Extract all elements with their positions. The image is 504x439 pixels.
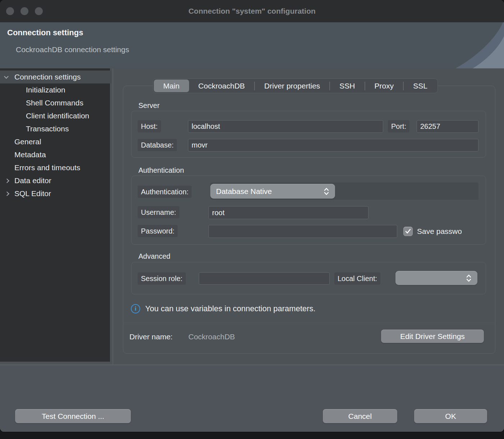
save-password-checkbox[interactable] — [403, 227, 413, 236]
chevron-right-icon[interactable] — [5, 191, 9, 196]
tree-item-label: SQL Editor — [14, 189, 51, 198]
tree-item-label: Initialization — [26, 86, 65, 94]
advanced-section-title: Advanced — [138, 252, 170, 261]
sidebar-item-sql-editor[interactable]: SQL Editor — [0, 187, 110, 200]
sidebar-item-initialization[interactable]: Initialization — [0, 83, 110, 96]
sidebar-item-general[interactable]: General — [0, 135, 110, 148]
local-client-dropdown[interactable] — [395, 271, 477, 285]
tab-ssl[interactable]: SSL — [404, 80, 437, 92]
tab-ssh[interactable]: SSH — [330, 80, 364, 92]
authentication-label: Authentication: — [138, 186, 192, 198]
check-icon — [405, 229, 411, 234]
dialog-header: Connection settings CockroachDB connecti… — [0, 22, 504, 68]
password-label: Password: — [138, 225, 178, 237]
tree-item-label: Shell Commands — [26, 99, 83, 107]
authentication-dropdown-value: Database Native — [216, 187, 324, 196]
username-input[interactable] — [209, 206, 368, 219]
tree-item-label: Metadata — [14, 150, 46, 159]
header-title: Connection settings — [7, 28, 83, 37]
edit-driver-settings-button[interactable]: Edit Driver Settings — [381, 330, 484, 343]
updown-chevrons-icon — [466, 274, 472, 282]
local-client-label: Local Client: — [334, 272, 380, 285]
authentication-section-title: Authentication — [138, 166, 184, 175]
server-section-title: Server — [138, 101, 160, 110]
database-label: Database: — [138, 139, 177, 151]
sidebar-item-shell-commands[interactable]: Shell Commands — [0, 96, 110, 109]
cancel-button[interactable]: Cancel — [323, 409, 397, 423]
sidebar-item-connection-settings[interactable]: Connection settings — [0, 71, 111, 83]
tab-cockroachdb[interactable]: CockroachDB — [189, 80, 255, 92]
sidebar-item-transactions[interactable]: Transactions — [0, 122, 110, 135]
database-input[interactable] — [188, 139, 478, 151]
tree-item-label: Errors and timeouts — [14, 163, 80, 172]
username-label: Username: — [138, 206, 179, 218]
updown-chevrons-icon — [324, 187, 329, 196]
tree-item-label: Data editor — [14, 176, 51, 185]
tab-driver-properties[interactable]: Driver properties — [255, 80, 329, 92]
port-input[interactable] — [417, 120, 478, 133]
connection-configuration-dialog: Connection "system" configuration Connec… — [0, 0, 504, 432]
sidebar-splitter[interactable] — [113, 68, 113, 365]
session-role-input[interactable] — [199, 272, 330, 285]
chevron-down-icon[interactable] — [4, 74, 9, 79]
save-password-label: Save password — [417, 227, 462, 236]
session-role-label: Session role: — [138, 272, 186, 285]
sidebar-item-metadata[interactable]: Metadata — [0, 148, 110, 161]
password-input[interactable] — [209, 225, 397, 238]
tab-main[interactable]: Main — [154, 80, 189, 92]
tree-item-label: Connection settings — [14, 73, 81, 81]
ok-button[interactable]: OK — [414, 409, 487, 423]
driver-section-divider — [123, 323, 495, 323]
tree-item-label: General — [14, 137, 41, 146]
tree-item-label: Transactions — [26, 125, 69, 133]
sidebar-item-data-editor[interactable]: Data editor — [0, 174, 110, 187]
sidebar-item-errors-and-timeouts[interactable]: Errors and timeouts — [0, 161, 110, 174]
header-subtitle: CockroachDB connection settings — [16, 45, 129, 54]
tab-proxy[interactable]: Proxy — [365, 80, 403, 92]
chevron-right-icon[interactable] — [5, 178, 9, 183]
test-connection-button[interactable]: Test Connection ... — [15, 409, 131, 423]
host-label: Host: — [138, 120, 161, 132]
variables-hint-text: You can use variables in connection para… — [145, 304, 316, 313]
driver-name-label: Driver name: — [129, 332, 173, 341]
connection-tabs: Main CockroachDB Driver properties SSH P… — [153, 78, 438, 93]
titlebar: Connection "system" configuration — [0, 0, 504, 22]
window-title: Connection "system" configuration — [0, 0, 504, 22]
host-input[interactable] — [188, 120, 383, 133]
driver-name-value: CockroachDB — [188, 332, 235, 341]
save-password-control: Save password — [403, 225, 483, 238]
port-label: Port: — [388, 120, 409, 132]
sidebar-item-client-identification[interactable]: Client identification — [0, 109, 110, 122]
info-icon: i — [131, 304, 140, 313]
authentication-dropdown[interactable]: Database Native — [210, 184, 335, 199]
decorative-swoosh — [441, 22, 504, 68]
tree-item-label: Client identification — [26, 112, 89, 120]
